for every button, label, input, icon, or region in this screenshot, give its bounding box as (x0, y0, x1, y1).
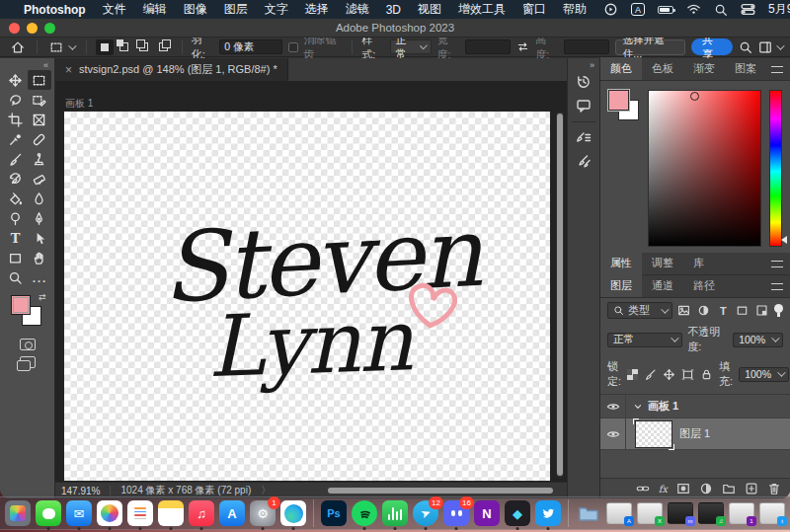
dock-launchpad-icon[interactable] (5, 500, 31, 526)
panel-foreground-swatch[interactable] (608, 90, 629, 111)
expand-panels-button[interactable]: » (590, 60, 594, 70)
type-tool[interactable]: T (4, 228, 28, 248)
control-center-icon[interactable] (741, 2, 755, 17)
adjustment-layer-icon[interactable] (699, 482, 713, 495)
rectangular-marquee-tool[interactable] (28, 70, 51, 90)
dock-system-settings-icon[interactable]: ⚙1 (250, 500, 276, 526)
clone-stamp-tool[interactable] (28, 149, 51, 169)
vertical-scrollbar[interactable] (556, 112, 564, 478)
tab-color[interactable]: 颜色 (600, 57, 642, 80)
new-layer-icon[interactable] (745, 482, 758, 495)
lock-pixels-icon[interactable] (644, 368, 657, 381)
battery-icon[interactable] (658, 6, 673, 14)
dodge-tool[interactable] (4, 208, 28, 228)
feather-input[interactable] (219, 39, 282, 54)
menu-3d[interactable]: 3D (386, 3, 401, 17)
comments-panel-icon[interactable] (572, 94, 595, 117)
lasso-tool[interactable] (4, 90, 28, 110)
chevron-down-icon[interactable] (632, 401, 644, 413)
intersect-selection-button[interactable] (155, 39, 173, 55)
move-tool[interactable] (4, 70, 28, 90)
panel-menu-icon[interactable] (771, 261, 783, 267)
canvas-area[interactable]: 画板 1 Steven Lynn (55, 81, 567, 482)
crop-tool[interactable] (4, 110, 28, 129)
fill-select[interactable]: 100% (739, 367, 789, 382)
blend-mode-select[interactable]: 正常 (607, 333, 682, 347)
brush-settings-panel-icon[interactable] (572, 126, 595, 150)
home-button[interactable] (8, 39, 28, 55)
menu-filter[interactable]: 滤镜 (346, 1, 369, 18)
healing-brush-tool[interactable] (28, 129, 51, 149)
layer-row-selected[interactable]: 图层 1 (600, 418, 790, 450)
dock-reminders-icon[interactable] (127, 500, 153, 526)
dock-messages-icon[interactable] (36, 500, 61, 526)
horizontal-scrollbar[interactable] (328, 488, 553, 494)
dock-photos-icon[interactable] (97, 500, 122, 526)
menu-window[interactable]: 窗口 (522, 1, 546, 18)
path-selection-tool[interactable] (28, 228, 51, 248)
quick-mask-button[interactable] (20, 339, 36, 350)
menu-type[interactable]: 文字 (265, 1, 288, 18)
menu-view[interactable]: 视图 (418, 1, 441, 18)
minimized-window-spreadsheet[interactable]: X (637, 502, 663, 524)
new-selection-button[interactable] (96, 39, 114, 55)
subtract-from-selection-button[interactable] (135, 39, 153, 55)
rectangle-tool[interactable] (4, 248, 28, 267)
lock-transparency-icon[interactable] (627, 369, 638, 380)
visibility-eye-icon[interactable] (600, 395, 626, 418)
document-tab[interactable]: × stvsign2.psd @ 148% (图层 1, RGB/8#) * (55, 58, 288, 81)
tab-properties[interactable]: 属性 (600, 252, 642, 274)
hue-slider-handle[interactable] (781, 236, 787, 244)
hand-tool[interactable] (28, 248, 51, 267)
add-to-selection-button[interactable] (116, 39, 133, 55)
dock-twitter-icon[interactable] (535, 500, 561, 526)
tool-preset-marquee-icon[interactable] (46, 39, 77, 55)
share-button[interactable]: 共享 (691, 38, 733, 55)
style-select[interactable]: 正常 (390, 39, 432, 54)
menu-image[interactable]: 图像 (184, 1, 207, 18)
minimized-window-browser[interactable]: t (759, 502, 785, 524)
minimized-window-document[interactable]: 1 (729, 502, 754, 524)
select-and-mask-button[interactable]: 选择并遮住... (615, 39, 685, 55)
menu-edit[interactable]: 编辑 (143, 1, 167, 18)
paint-bucket-tool[interactable] (4, 189, 28, 208)
zoom-level-field[interactable]: 147.91% (61, 486, 100, 496)
add-layer-mask-icon[interactable] (676, 482, 690, 495)
tab-patterns[interactable]: 图案 (725, 57, 766, 80)
height-input[interactable] (564, 39, 609, 54)
menu-select[interactable]: 选择 (305, 1, 329, 18)
dock-edge-browser-icon[interactable] (280, 500, 306, 526)
spotlight-search-icon[interactable] (714, 3, 728, 17)
workspace-switcher-icon[interactable] (758, 40, 782, 54)
eyedropper-tool[interactable] (4, 129, 28, 149)
link-layers-icon[interactable] (636, 482, 650, 495)
antialias-checkbox[interactable] (288, 42, 297, 52)
filter-adjustment-layers-icon[interactable] (696, 303, 711, 318)
search-icon[interactable] (739, 40, 752, 54)
dock-app-store-icon[interactable]: A (219, 500, 245, 526)
dock-discord-icon[interactable]: 16 (443, 500, 469, 526)
screen-record-icon[interactable] (603, 2, 618, 17)
object-selection-tool[interactable] (28, 90, 51, 110)
menu-help[interactable]: 帮助 (563, 1, 587, 18)
width-input[interactable] (465, 39, 511, 54)
artboard-row-name[interactable]: 画板 1 (648, 399, 678, 414)
menu-file[interactable]: 文件 (103, 1, 126, 18)
pen-tool[interactable] (28, 208, 51, 228)
dock-spotify-icon[interactable] (352, 500, 377, 526)
foreground-color-swatch[interactable] (11, 295, 31, 315)
tab-paths[interactable]: 路径 (683, 274, 725, 297)
layer-row-artboard[interactable]: 画板 1 (600, 395, 790, 418)
dock-onenote-icon[interactable]: N (474, 500, 500, 526)
menu-bar-clock[interactable]: 5月9日 周二 下午3:22 (768, 1, 790, 18)
filter-shape-layers-icon[interactable] (736, 303, 750, 318)
tab-layers[interactable]: 图层 (600, 274, 642, 297)
tab-adjustments[interactable]: 调整 (642, 252, 683, 274)
menu-photoshop[interactable]: Photoshop (24, 3, 86, 17)
brushes-panel-icon[interactable] (572, 150, 595, 174)
blur-tool[interactable] (28, 189, 51, 208)
dock-downloads-folder-icon[interactable] (576, 500, 601, 526)
history-brush-tool[interactable] (4, 169, 28, 189)
brush-tool[interactable] (4, 149, 28, 169)
saturation-brightness-field[interactable] (648, 90, 761, 247)
